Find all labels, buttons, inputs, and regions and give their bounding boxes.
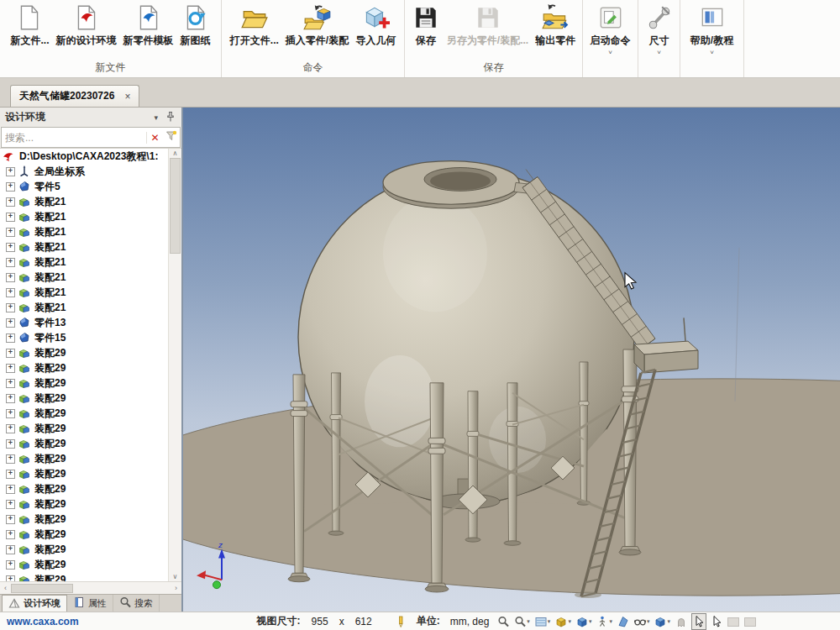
view-plane-tool-icon[interactable]: ▾ — [534, 614, 552, 629]
wedge-view-tool-icon[interactable] — [617, 614, 630, 629]
new-drawing-button[interactable]: 新图纸 — [177, 2, 214, 50]
tree-item-assembly-29-7[interactable]: +装配29 — [0, 436, 169, 451]
expand-icon[interactable]: + — [6, 349, 15, 358]
chevron-down-icon[interactable]: ˅ — [710, 50, 714, 55]
walkthrough-tool-icon[interactable]: ▾ — [596, 614, 613, 629]
ghost-tool-icon[interactable] — [675, 614, 688, 629]
zoom-tool-icon[interactable] — [496, 614, 510, 629]
expand-icon[interactable]: + — [6, 485, 15, 494]
tree-item-assembly-29-9[interactable]: +装配29 — [0, 466, 169, 481]
tab-design-environment[interactable]: 设计环境 — [2, 595, 67, 612]
tab-properties[interactable]: 属性 — [67, 595, 113, 612]
expand-icon[interactable]: + — [6, 333, 15, 343]
expand-icon[interactable]: + — [6, 560, 15, 570]
search-input[interactable] — [2, 132, 146, 144]
clear-search-icon[interactable]: ✕ — [146, 132, 163, 144]
new-file-button[interactable]: 新文件... — [7, 2, 52, 50]
expand-icon[interactable]: + — [6, 228, 15, 237]
expand-icon[interactable]: + — [6, 197, 15, 207]
expand-icon[interactable]: + — [6, 364, 15, 373]
vertical-scrollbar-thumb[interactable] — [170, 158, 181, 254]
scroll-left-icon[interactable]: ‹ — [0, 584, 11, 592]
tree-horizontal-scrollbar[interactable]: ‹ › — [0, 581, 181, 594]
expand-icon[interactable]: + — [6, 167, 15, 176]
save-as-part-assembly-button[interactable]: 另存为零件/装配... — [444, 2, 532, 50]
tree-item-assembly-29-16[interactable]: +装配29 — [0, 572, 169, 581]
tree-item-assembly-29-1[interactable]: +装配29 — [0, 345, 169, 360]
tree-item-part-15[interactable]: +零件15 — [0, 330, 169, 345]
open-file-button[interactable]: 打开文件... — [227, 2, 282, 50]
more-tools-2-icon[interactable] — [743, 614, 757, 629]
scroll-down-icon[interactable]: ∨ — [169, 572, 181, 581]
tree-item-assembly-29-15[interactable]: +装配29 — [0, 557, 169, 572]
chevron-down-icon[interactable]: ▾ — [609, 618, 612, 625]
tree-item-assembly-21-5[interactable]: +装配21 — [0, 255, 169, 270]
viewport-3d[interactable]: z — [183, 108, 840, 612]
expand-icon[interactable]: + — [6, 394, 15, 403]
tree-item-assembly-29-2[interactable]: +装配29 — [0, 360, 169, 375]
horizontal-scrollbar-thumb[interactable] — [11, 584, 73, 593]
tree-item-assembly-29-4[interactable]: +装配29 — [0, 391, 169, 406]
tree-item-assembly-21-1[interactable]: +装配21 — [0, 194, 169, 209]
expand-icon[interactable]: + — [6, 530, 15, 539]
tree-vertical-scrollbar[interactable]: ∧ ∨ — [168, 149, 181, 581]
new-part-template-button[interactable]: 新零件模板 — [120, 2, 177, 50]
expand-icon[interactable]: + — [6, 545, 15, 554]
more-tools-icon[interactable] — [727, 614, 740, 629]
tree-item-assembly-21-4[interactable]: +装配21 — [0, 239, 169, 255]
chevron-down-icon[interactable]: ▾ — [589, 618, 592, 625]
tree-item-assembly-29-14[interactable]: +装配29 — [0, 542, 169, 557]
help-tutorial-button[interactable]: 帮助/教程˅ — [687, 2, 737, 57]
render-cube-tool-icon[interactable]: ▾ — [575, 614, 593, 629]
projection-cube-tool-icon[interactable]: ▾ — [654, 614, 671, 629]
tree-item-assembly-29-8[interactable]: +装配29 — [0, 451, 169, 466]
expand-icon[interactable]: + — [6, 409, 15, 418]
tree-item-assembly-29-13[interactable]: +装配29 — [0, 527, 169, 542]
expand-icon[interactable]: + — [6, 273, 15, 282]
expand-icon[interactable]: + — [6, 424, 15, 433]
cursor-tool-icon[interactable] — [710, 614, 723, 629]
tab-close-icon[interactable]: × — [124, 92, 130, 102]
zoom-extent-tool-icon[interactable]: ▾ — [513, 614, 531, 629]
scroll-right-icon[interactable]: › — [171, 584, 181, 592]
document-tab[interactable]: 天然气储罐20230726 × — [10, 85, 139, 107]
material-box-tool-icon[interactable]: ▾ — [554, 614, 572, 629]
expand-icon[interactable]: + — [6, 500, 15, 509]
tree-item-part-5[interactable]: +零件5 — [0, 179, 169, 194]
expand-icon[interactable]: + — [6, 258, 15, 267]
chevron-down-icon[interactable]: ▾ — [527, 618, 530, 625]
save-button[interactable]: 保存 — [408, 2, 444, 50]
tree-item-root[interactable]: D:\Desktop\CAXA2023教程\1: — [0, 149, 169, 164]
expand-icon[interactable]: + — [6, 182, 15, 192]
expand-icon[interactable]: + — [6, 515, 15, 524]
tree-item-assembly-21-6[interactable]: +装配21 — [0, 270, 169, 285]
start-command-button[interactable]: 启动命令˅ — [587, 2, 634, 57]
tree-item-global-coordinate-system[interactable]: +全局坐标系 — [0, 164, 169, 179]
tree-item-assembly-29-10[interactable]: +装配29 — [0, 481, 169, 496]
scroll-up-icon[interactable]: ∧ — [169, 149, 181, 158]
caxa-home-link[interactable]: www.caxa.com — [7, 616, 79, 627]
stereo-glasses-tool-icon[interactable]: ▾ — [633, 614, 651, 629]
tree-item-assembly-21-3[interactable]: +装配21 — [0, 224, 169, 239]
tab-search[interactable]: 搜索 — [113, 595, 160, 612]
pen-icon[interactable] — [395, 616, 407, 627]
new-design-env-button[interactable]: 新的设计环境 — [53, 2, 120, 50]
tree-item-assembly-29-3[interactable]: +装配29 — [0, 375, 169, 391]
tree-item-assembly-29-11[interactable]: +装配29 — [0, 496, 169, 512]
tree-item-assembly-29-12[interactable]: +装配29 — [0, 512, 169, 527]
export-part-button[interactable]: 输出零件 — [532, 2, 579, 50]
expand-icon[interactable]: + — [6, 454, 15, 464]
chevron-down-icon[interactable]: ▾ — [667, 618, 670, 625]
tree-item-assembly-21-2[interactable]: +装配21 — [0, 209, 169, 224]
expand-icon[interactable]: + — [6, 303, 15, 312]
chevron-down-icon[interactable]: ▾ — [568, 618, 571, 625]
expand-icon[interactable]: + — [6, 243, 15, 252]
expand-icon[interactable]: + — [6, 575, 15, 582]
tree-item-part-13[interactable]: +零件13 — [0, 315, 169, 330]
chevron-down-icon[interactable]: ˅ — [608, 50, 612, 55]
dimension-button[interactable]: 尺寸˅ — [642, 2, 677, 57]
expand-icon[interactable]: + — [6, 318, 15, 328]
pin-icon[interactable] — [165, 111, 176, 124]
tree-item-assembly-21-8[interactable]: +装配21 — [0, 300, 169, 315]
chevron-down-icon[interactable]: ▾ — [154, 113, 158, 122]
